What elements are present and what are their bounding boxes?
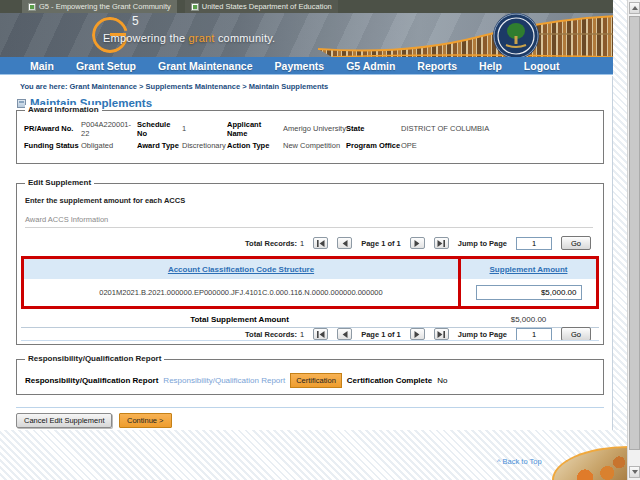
- responsibility-report-link[interactable]: Responsibility/Qualification Report: [163, 376, 285, 385]
- next-page-icon[interactable]: [410, 328, 425, 340]
- breadcrumb-prefix: You are here:: [20, 82, 67, 91]
- jump-to-page-input[interactable]: [516, 237, 552, 250]
- vertical-scrollbar[interactable]: [627, 0, 640, 480]
- last-page-icon[interactable]: [434, 328, 449, 340]
- nav-item-payments[interactable]: Payments: [275, 60, 325, 72]
- scroll-up-icon[interactable]: [629, 2, 640, 14]
- award-type-value: Discretionary: [182, 141, 227, 150]
- applicant-name-label: Applicant Name: [227, 120, 283, 138]
- supplement-amount-sort-link[interactable]: Supplement Amount: [490, 265, 568, 274]
- g5-application-window: G5 - Empowering the Grant Community Unit…: [0, 0, 640, 480]
- nav-item-g5-admin[interactable]: G5 Admin: [346, 60, 395, 72]
- accs-pagination-bottom: Total Records: 1 Page 1 of 1 Jump to Pag…: [245, 327, 591, 341]
- tab-favicon-icon: [191, 3, 199, 11]
- jump-to-page-label: Jump to Page: [458, 330, 507, 339]
- scroll-down-icon[interactable]: [629, 466, 640, 478]
- edit-supplement-legend: Edit Supplement: [25, 178, 94, 187]
- responsibility-report-label: Responsibility/Qualification Report: [25, 376, 158, 385]
- applicant-name-value: Amerigo University: [283, 124, 346, 133]
- state-label: State: [346, 124, 401, 133]
- certification-complete-value: No: [437, 376, 447, 385]
- total-supplement-value: $5,000.00: [458, 315, 599, 324]
- breadcrumb: You are here: Grant Maintenance > Supple…: [20, 82, 328, 91]
- dept-of-education-seal-icon: [492, 13, 540, 57]
- total-records-value: 1: [300, 330, 304, 339]
- responsibility-report-legend: Responsibility/Qualification Report: [25, 354, 164, 363]
- nav-item-main[interactable]: Main: [30, 60, 54, 72]
- certification-button[interactable]: Certification: [290, 373, 342, 388]
- next-page-icon[interactable]: [410, 237, 425, 249]
- jump-to-page-label: Jump to Page: [458, 239, 507, 248]
- tab-g5-label: G5 - Empowering the Grant Community: [39, 2, 171, 11]
- prev-page-icon[interactable]: [337, 237, 352, 249]
- nav-item-help[interactable]: Help: [479, 60, 502, 72]
- award-accs-subsection: Award ACCS Information: [25, 215, 593, 228]
- bottom-margin-stripes: [0, 430, 627, 480]
- program-office-label: Program Office: [346, 141, 401, 150]
- accs-table: Account Classification Code Structure Su…: [21, 256, 599, 309]
- window-tab-bar: G5 - Empowering the Grant Community Unit…: [0, 0, 613, 13]
- funding-status-label: Funding Status: [24, 141, 81, 150]
- accs-header-cell: Account Classification Code Structure: [24, 259, 458, 279]
- section-divider: [16, 407, 604, 408]
- right-margin-stripes: [613, 0, 627, 480]
- prev-page-icon[interactable]: [337, 328, 352, 340]
- cancel-edit-supplement-button[interactable]: Cancel Edit Supplement: [16, 413, 112, 428]
- total-records-label: Total Records:: [245, 239, 297, 248]
- program-office-value: OPE: [401, 141, 599, 150]
- bookshelf-swoosh-image: [318, 13, 613, 57]
- accs-pagination-top: Total Records: 1 Page 1 of 1 Jump to Pag…: [245, 236, 591, 250]
- state-value: DISTRICT OF COLUMBIA: [401, 124, 599, 133]
- action-type-value: New Competition: [283, 141, 346, 150]
- schedule-no-label: Schedule No: [137, 120, 182, 138]
- continue-button[interactable]: Continue >: [119, 413, 172, 428]
- supplement-instruction: Enter the supplement amount for each ACC…: [25, 196, 185, 205]
- nav-item-reports[interactable]: Reports: [417, 60, 457, 72]
- supplement-amount-header-cell: Supplement Amount: [458, 259, 596, 279]
- edit-supplement-fieldset: Edit Supplement Enter the supplement amo…: [16, 183, 604, 345]
- nav-item-grant-setup[interactable]: Grant Setup: [76, 60, 136, 72]
- responsibility-report-row: Responsibility/Qualification Report Resp…: [25, 373, 447, 388]
- pr-award-no-value: P004A220001-22: [81, 120, 137, 138]
- page-indicator: Page 1 of 1: [361, 239, 401, 248]
- total-supplement-label: Total Supplement Amount: [21, 315, 458, 324]
- supplement-amount-input[interactable]: [476, 285, 582, 300]
- total-supplement-row: Total Supplement Amount $5,000.00: [21, 312, 599, 328]
- accs-code-value: 0201M2021.B.2021.000000.EP000000.JFJ.410…: [99, 288, 382, 297]
- total-records-label: Total Records:: [245, 330, 297, 339]
- nav-item-grant-maintenance[interactable]: Grant Maintenance: [158, 60, 253, 72]
- jump-to-page-input[interactable]: [516, 328, 552, 341]
- breadcrumb-path[interactable]: Grant Maintenance > Supplements Maintena…: [69, 82, 328, 91]
- header-banner: 5 Empowering the grant community.: [0, 13, 613, 57]
- page-indicator: Page 1 of 1: [361, 330, 401, 339]
- tab-doe-label: United States Department of Education: [202, 2, 332, 11]
- action-type-label: Action Type: [227, 141, 283, 150]
- award-information-legend: Award Information: [25, 105, 102, 114]
- scrollbar-thumb[interactable]: [629, 16, 640, 450]
- main-nav-bar: Main Grant Setup Grant Maintenance Payme…: [0, 57, 613, 75]
- tab-doe[interactable]: United States Department of Education: [185, 0, 338, 13]
- certification-complete-label: Certification Complete: [347, 376, 432, 385]
- total-records-value: 1: [300, 239, 304, 248]
- last-page-icon[interactable]: [434, 237, 449, 249]
- tab-g5[interactable]: G5 - Empowering the Grant Community: [22, 0, 177, 13]
- schedule-no-value: 1: [182, 124, 227, 133]
- award-information-fieldset: Award Information PR/Award No. P004A2200…: [16, 110, 604, 164]
- award-info-grid: PR/Award No. P004A220001-22 Schedule No …: [24, 120, 599, 154]
- table-row-amount-cell: [458, 279, 596, 306]
- accs-column-sort-link[interactable]: Account Classification Code Structure: [168, 265, 314, 274]
- back-to-top-link[interactable]: ^ Back to Top: [497, 457, 542, 466]
- responsibility-report-fieldset: Responsibility/Qualification Report Resp…: [16, 359, 604, 395]
- tab-favicon-icon: [28, 3, 36, 11]
- award-type-label: Award Type: [137, 141, 182, 150]
- header-tagline: Empowering the grant community.: [103, 32, 275, 44]
- funding-status-value: Obligated: [81, 141, 137, 150]
- nav-item-logout[interactable]: Logout: [524, 60, 560, 72]
- first-page-icon[interactable]: [313, 328, 328, 340]
- table-row: 0201M2021.B.2021.000000.EP000000.JFJ.410…: [24, 279, 458, 306]
- g5-logo-number: 5: [132, 14, 139, 28]
- first-page-icon[interactable]: [313, 237, 328, 249]
- pr-award-no-label: PR/Award No.: [24, 124, 81, 133]
- go-button[interactable]: Go: [561, 236, 591, 250]
- go-button[interactable]: Go: [561, 327, 591, 341]
